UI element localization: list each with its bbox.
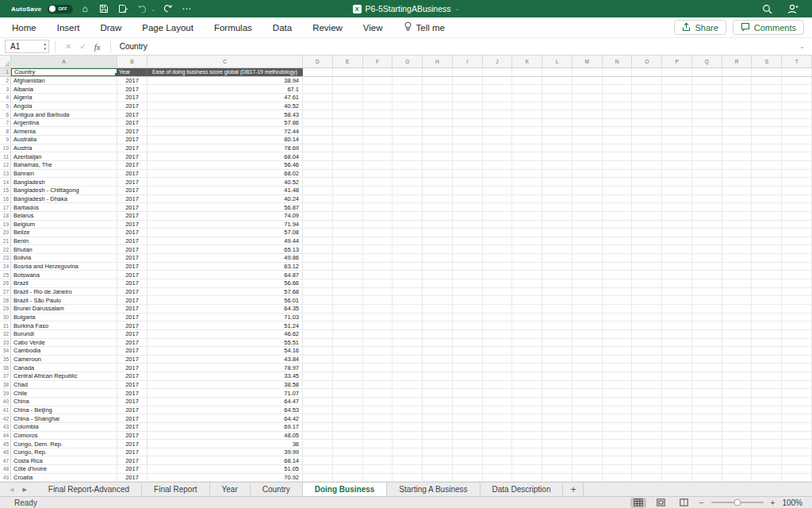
cell-country[interactable]: Bulgaria	[11, 314, 117, 321]
cell-country[interactable]: Central African Republic	[11, 372, 117, 380]
row-header[interactable]: 29	[0, 305, 11, 313]
cell-year[interactable]: 2017	[117, 212, 147, 220]
sheet-tab-starting-a-business[interactable]: Starting A Business	[387, 483, 480, 496]
cell-year[interactable]: 2017	[117, 398, 147, 406]
empty-cells[interactable]	[303, 152, 812, 160]
cell-country[interactable]: Bosnia and Herzegovina	[11, 263, 117, 271]
cell-country[interactable]: Benin	[11, 237, 117, 245]
empty-cells[interactable]	[303, 195, 812, 203]
cell-score[interactable]: 49.44	[147, 237, 303, 245]
stepper-down-icon[interactable]: ▾	[44, 46, 46, 51]
column-header-r[interactable]: R	[722, 56, 753, 67]
cell-country[interactable]: Burundi	[11, 330, 117, 338]
column-header-p[interactable]: P	[662, 56, 692, 67]
cell-country[interactable]: Armenia	[11, 127, 117, 135]
empty-cells[interactable]	[303, 372, 812, 380]
row-header[interactable]: 14	[0, 178, 11, 186]
empty-cells[interactable]	[303, 237, 812, 245]
cell-year[interactable]: 2017	[117, 271, 147, 279]
empty-cells[interactable]	[303, 102, 812, 110]
empty-cells[interactable]	[303, 187, 812, 194]
row-header[interactable]: 40	[0, 398, 11, 406]
row-header[interactable]: 38	[0, 381, 11, 389]
row-header[interactable]: 21	[0, 237, 11, 245]
cell-year[interactable]: 2017	[117, 221, 147, 229]
empty-cells[interactable]	[303, 381, 812, 389]
cell-year[interactable]: 2017	[117, 339, 147, 347]
tab-tell-me[interactable]: Tell me	[393, 21, 455, 33]
cell-country[interactable]: China	[11, 398, 117, 406]
cell-score[interactable]: 64.53	[147, 406, 303, 414]
cell-country[interactable]: Canada	[11, 364, 117, 371]
cell-score[interactable]: 56.46	[147, 161, 303, 169]
row-header[interactable]: 13	[0, 170, 11, 178]
row-header[interactable]: 1	[0, 68, 11, 76]
tab-data[interactable]: Data	[262, 23, 302, 33]
cell-country[interactable]: Argentina	[11, 119, 117, 127]
row-header[interactable]: 37	[0, 372, 11, 380]
column-header-m[interactable]: M	[573, 56, 603, 67]
column-header-c[interactable]: C	[147, 56, 303, 67]
cell-country[interactable]: Côte d'Ivoire	[11, 465, 117, 473]
cell-score[interactable]: 72.44	[147, 127, 303, 135]
row-header[interactable]: 22	[0, 245, 11, 253]
empty-cells[interactable]	[303, 110, 812, 118]
cell-country[interactable]: Angola	[11, 102, 117, 110]
cell-year[interactable]: 2017	[117, 187, 147, 194]
empty-cells[interactable]	[303, 212, 812, 220]
comments-button[interactable]: Comments	[733, 20, 804, 35]
cell-country[interactable]: Colombia	[11, 423, 117, 431]
cell-year[interactable]: 2017	[117, 448, 147, 456]
cell-year[interactable]: 2017	[117, 279, 147, 287]
cell-score[interactable]: 64.47	[147, 398, 303, 406]
row-header[interactable]: 34	[0, 347, 11, 355]
empty-cells[interactable]	[303, 314, 812, 321]
cell-country[interactable]: Brazil - São Paulo	[11, 296, 117, 304]
cell-score[interactable]: 47.61	[147, 94, 303, 102]
cell-year[interactable]: 2017	[117, 414, 147, 422]
column-header-g[interactable]: G	[393, 56, 423, 67]
cell-country[interactable]: Costa Rica	[11, 456, 117, 464]
cell-year[interactable]: 2017	[117, 263, 147, 271]
empty-cells[interactable]	[303, 288, 812, 296]
cell-score[interactable]: 57.08	[147, 229, 303, 237]
row-header[interactable]: 48	[0, 465, 11, 473]
row-header[interactable]: 16	[0, 195, 11, 203]
empty-cells[interactable]	[303, 398, 812, 406]
empty-cells[interactable]	[303, 364, 812, 371]
cell-score[interactable]: 57.86	[147, 119, 303, 127]
cell-year[interactable]: 2017	[117, 474, 147, 482]
cell-year[interactable]: 2017	[117, 288, 147, 296]
cell-score[interactable]: 65.13	[147, 245, 303, 253]
column-header-l[interactable]: L	[542, 56, 573, 67]
cell-country[interactable]: Belarus	[11, 212, 117, 220]
cell-year[interactable]: 2017	[117, 110, 147, 118]
row-header[interactable]: 49	[0, 474, 11, 482]
cell-country[interactable]: Brazil	[11, 279, 117, 287]
name-box[interactable]: A1 ▴ ▾	[5, 40, 49, 53]
select-all-corner[interactable]	[0, 56, 11, 67]
row-header[interactable]: 41	[0, 406, 11, 414]
cell-year[interactable]: 2017	[117, 456, 147, 464]
empty-cells[interactable]	[303, 161, 812, 169]
cell-score[interactable]: 33.45	[147, 372, 303, 380]
empty-cells[interactable]	[303, 456, 812, 464]
cell-country[interactable]: Barbados	[11, 203, 117, 211]
cell-year[interactable]: 2017	[117, 330, 147, 338]
cell-score[interactable]: 67.1	[147, 85, 303, 93]
save-icon[interactable]	[98, 2, 111, 16]
cell-score[interactable]: 40.52	[147, 102, 303, 110]
cell-country[interactable]: Burkina Faso	[11, 321, 117, 329]
row-header[interactable]: 36	[0, 364, 11, 371]
zoom-slider-knob[interactable]	[733, 499, 741, 506]
cell-country[interactable]: Azerbaijan	[11, 152, 117, 160]
row-header[interactable]: 27	[0, 288, 11, 296]
row-header[interactable]: 28	[0, 296, 11, 304]
cell-score[interactable]: 51.05	[147, 465, 303, 473]
cell-year-header[interactable]: Year	[117, 68, 147, 76]
cell-score[interactable]: 58.43	[147, 110, 303, 118]
formula-input[interactable]: Country	[120, 42, 147, 51]
cell-year[interactable]: 2017	[117, 85, 147, 93]
row-header[interactable]: 20	[0, 229, 11, 237]
cell-country[interactable]: Bangladesh	[11, 178, 117, 186]
